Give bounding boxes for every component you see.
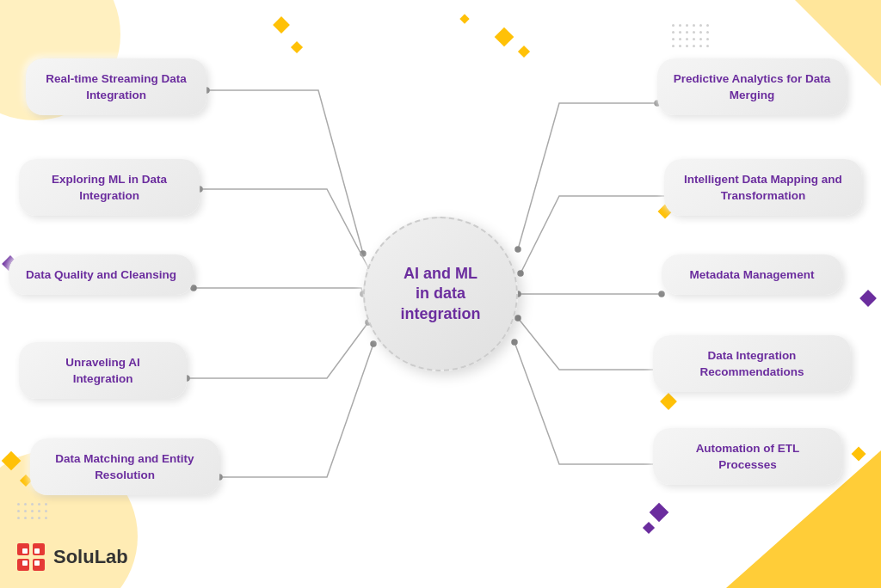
logo-text: SoluLab — [53, 546, 128, 568]
diamond-4 — [518, 46, 530, 58]
topic-box-recommendations: Data Integration Recommendations — [653, 335, 851, 392]
diamond-10 — [660, 393, 677, 410]
topic-text-recommendations: Data Integration Recommendations — [700, 349, 804, 378]
center-circle: AI and ML in data integration — [363, 217, 518, 371]
topic-text-intelligent: Intelligent Data Mapping and Transformat… — [684, 173, 842, 202]
topic-text-data-quality: Data Quality and Cleansing — [26, 268, 176, 281]
topic-box-unraveling: Unraveling AI Integration — [19, 342, 187, 399]
svg-rect-7 — [34, 548, 40, 554]
diamond-purple-2 — [650, 503, 669, 523]
topic-text-unraveling: Unraveling AI Integration — [65, 356, 140, 385]
topic-box-data-quality: Data Quality and Cleansing — [9, 254, 194, 295]
center-circle-text: AI and ML in data integration — [392, 255, 490, 333]
dots-tr — [672, 24, 709, 47]
topic-text-predictive: Predictive Analytics for Data Merging — [674, 72, 831, 101]
logo-icon — [15, 542, 46, 573]
diamond-1 — [273, 16, 290, 34]
svg-rect-6 — [22, 548, 28, 554]
svg-rect-9 — [34, 560, 40, 566]
topic-text-automation: Automation of ETL Processes — [696, 442, 800, 471]
diamond-purple-3 — [643, 522, 655, 534]
topic-box-intelligent: Intelligent Data Mapping and Transformat… — [664, 159, 862, 216]
dots-bl — [17, 503, 47, 519]
topic-box-automation: Automation of ETL Processes — [653, 428, 842, 485]
svg-rect-8 — [22, 560, 28, 566]
topic-box-data-matching: Data Matching and Entity Resolution — [30, 438, 219, 495]
topic-text-real-time: Real-time Streaming Data Integration — [46, 72, 187, 101]
diamond-2 — [291, 41, 303, 53]
topic-box-real-time: Real-time Streaming Data Integration — [26, 58, 206, 115]
topic-box-exploring-ml: Exploring ML in Data Integration — [19, 159, 200, 216]
topic-text-exploring-ml: Exploring ML in Data Integration — [52, 173, 167, 202]
topic-box-predictive: Predictive Analytics for Data Merging — [657, 58, 847, 115]
topic-text-data-matching: Data Matching and Entity Resolution — [55, 452, 194, 481]
logo: SoluLab — [15, 542, 128, 573]
diamond-3 — [495, 28, 514, 47]
diamond-purple-1 — [859, 290, 877, 307]
topic-box-metadata: Metadata Management — [662, 254, 842, 295]
diamond-5 — [459, 14, 469, 23]
topic-text-metadata: Metadata Management — [690, 268, 815, 281]
